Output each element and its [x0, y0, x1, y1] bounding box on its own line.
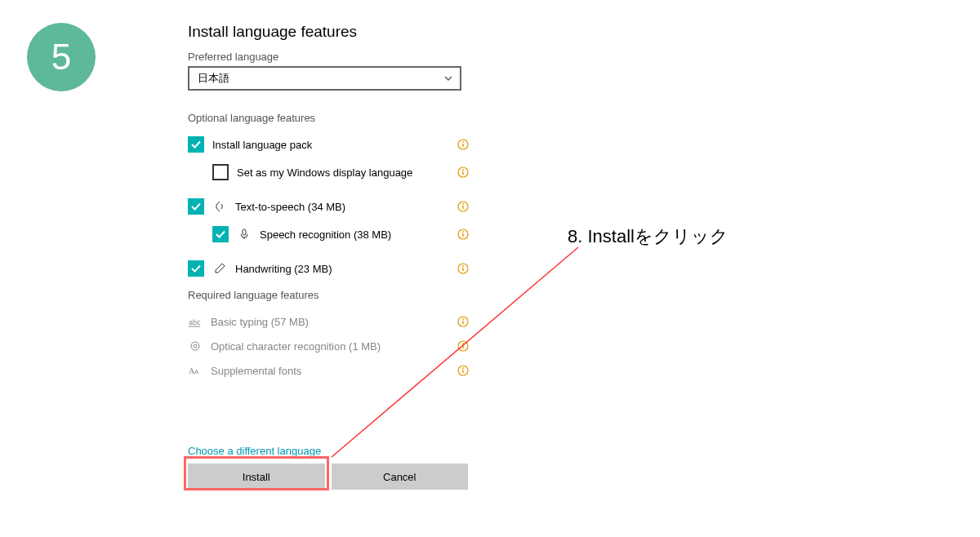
keyboard-icon: abc	[188, 314, 203, 329]
svg-point-1	[462, 141, 464, 143]
option-row-speech-rec: Speech recognition (38 MB)	[188, 225, 470, 243]
required-row-fonts: AA Supplemental fonts	[188, 362, 470, 379]
required-features-label: Required language features	[188, 289, 470, 301]
option-row-language-pack: Install language pack	[188, 135, 470, 153]
svg-rect-31	[462, 370, 463, 373]
checkbox-display-language[interactable]	[212, 164, 229, 180]
svg-point-7	[462, 203, 464, 205]
svg-rect-21	[462, 321, 463, 324]
svg-point-4	[462, 169, 464, 171]
install-button[interactable]: Install	[188, 464, 325, 490]
handwriting-icon	[212, 261, 227, 276]
option-row-tts: Text-to-speech (34 MB)	[188, 197, 470, 215]
option-label: Handwriting (23 MB)	[235, 263, 332, 275]
dialog-title: Install language features	[188, 23, 470, 41]
required-label: Basic typing (57 MB)	[211, 316, 309, 328]
checkbox-tts[interactable]	[188, 198, 204, 215]
svg-point-25	[462, 343, 464, 344]
fonts-icon: AA	[188, 363, 203, 378]
svg-text:abc: abc	[189, 318, 201, 326]
svg-point-20	[462, 318, 464, 320]
option-label: Install language pack	[212, 139, 312, 151]
option-row-handwriting: Handwriting (23 MB)	[188, 260, 470, 277]
svg-rect-8	[462, 206, 463, 209]
svg-rect-13	[462, 233, 463, 237]
step-number: 5	[51, 37, 71, 78]
chevron-down-icon	[443, 73, 453, 83]
required-label: Supplemental fonts	[211, 365, 301, 377]
info-icon[interactable]	[457, 315, 470, 328]
preferred-language-label: Preferred language	[188, 51, 470, 63]
info-icon[interactable]	[457, 364, 470, 377]
info-icon[interactable]	[457, 340, 470, 353]
svg-rect-5	[462, 171, 463, 175]
checkbox-language-pack[interactable]	[188, 136, 204, 153]
microphone-icon	[237, 227, 252, 242]
option-row-display-language: Set as my Windows display language	[188, 163, 470, 181]
info-icon[interactable]	[457, 228, 470, 241]
svg-rect-16	[462, 268, 463, 271]
svg-rect-26	[462, 345, 463, 348]
svg-rect-9	[243, 229, 246, 235]
annotation-text: 8. Installをクリック	[568, 224, 728, 249]
annotation-arrow	[0, 0, 980, 537]
svg-text:A: A	[194, 368, 199, 375]
info-icon[interactable]	[457, 262, 470, 275]
checkbox-handwriting[interactable]	[188, 260, 204, 277]
ocr-icon	[188, 339, 203, 353]
checkbox-speech-rec[interactable]	[212, 226, 229, 242]
option-label: Speech recognition (38 MB)	[260, 229, 391, 241]
svg-point-30	[462, 367, 464, 369]
install-language-dialog: Install language features Preferred lang…	[188, 23, 470, 490]
optional-features-label: Optional language features	[188, 112, 470, 124]
required-label: Optical character recognition (1 MB)	[211, 340, 381, 353]
cancel-button[interactable]: Cancel	[332, 464, 469, 490]
option-label: Set as my Windows display language	[237, 166, 412, 179]
choose-different-language-link[interactable]: Choose a different language	[188, 445, 470, 457]
required-row-ocr: Optical character recognition (1 MB)	[188, 337, 470, 355]
svg-point-23	[194, 344, 197, 348]
svg-point-12	[462, 231, 464, 233]
info-icon[interactable]	[457, 166, 470, 179]
svg-rect-2	[462, 144, 463, 147]
info-icon[interactable]	[457, 200, 470, 213]
tts-icon	[212, 199, 227, 214]
preferred-language-value: 日本語	[198, 71, 229, 86]
svg-point-22	[191, 342, 199, 350]
required-row-basic-typing: abc Basic typing (57 MB)	[188, 313, 470, 331]
info-icon[interactable]	[457, 138, 470, 151]
preferred-language-dropdown[interactable]: 日本語	[188, 66, 461, 91]
dialog-button-row: Install Cancel	[188, 464, 468, 490]
option-label: Text-to-speech (34 MB)	[235, 201, 345, 213]
svg-point-15	[462, 265, 464, 267]
step-badge: 5	[27, 23, 96, 91]
